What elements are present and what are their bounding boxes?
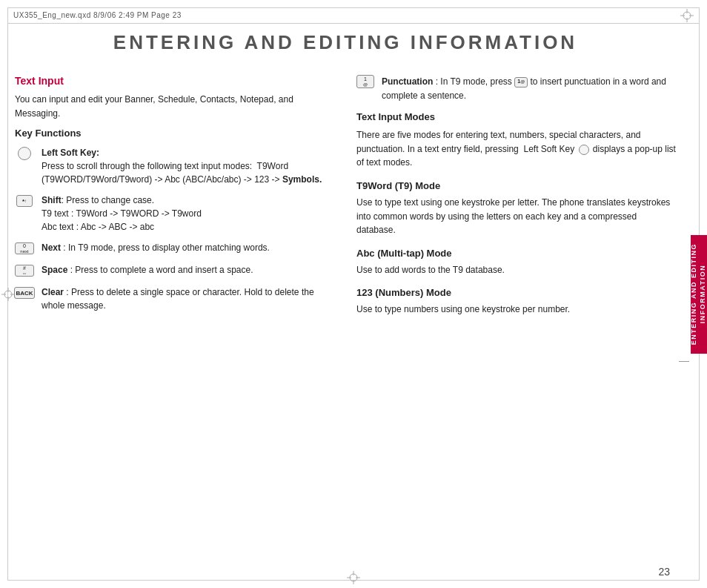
kf-item-clear: BACK Clear : Press to delete a single sp… xyxy=(15,285,334,312)
punct-inline-key-icon: 1@ xyxy=(514,77,528,87)
section-123: 123 (Numbers) Mode Use to type numbers u… xyxy=(356,287,676,317)
section-text-input: Text Input You can input and edit your B… xyxy=(15,75,334,120)
kf-item-next: 0next Next : In T9 mode, press to displa… xyxy=(15,241,334,256)
text-input-modes-title: Text Input Modes xyxy=(356,111,676,122)
t9word-title: T9Word (T9) Mode xyxy=(356,180,676,191)
space-key-icon: #▫▫ xyxy=(15,265,34,277)
page-number: 23 xyxy=(658,566,670,578)
key-functions-title: Key Functions xyxy=(15,128,334,139)
section-key-functions: Key Functions Left Soft Key: Press to sc… xyxy=(15,128,334,312)
kf-item-shift: *↑ Shift: Press to change case. T9 text … xyxy=(15,194,334,234)
kf-icon-space: #▫▫ xyxy=(15,263,34,278)
punct-text: Punctuation : In T9 mode, press 1@ to in… xyxy=(382,75,676,102)
text-input-modes-body: There are five modes for entering text, … xyxy=(356,128,676,170)
kf-text-clear: Clear : Press to delete a single space o… xyxy=(42,285,334,312)
kf-icon-clear: BACK xyxy=(15,285,34,300)
left-column: Text Input You can input and edit your B… xyxy=(15,75,334,324)
section-abc: Abc (Multi-tap) Mode Use to add words to… xyxy=(356,248,676,277)
crosshair-top-right-icon xyxy=(680,9,694,22)
kf-text-shift: Shift: Press to change case. T9 text : T… xyxy=(42,194,334,234)
sidebar-tab-label: ENTERING AND EDITINGINFORMATION xyxy=(690,243,707,345)
kf-text-left-soft-key: Left Soft Key: Press to scroll through t… xyxy=(42,146,334,186)
punct-key-icon: 1@ xyxy=(356,75,374,88)
main-content: ENTERING AND EDITING INFORMATION Text In… xyxy=(15,24,676,558)
kf-text-space: Space : Press to complete a word and ins… xyxy=(42,263,334,277)
text-input-title: Text Input xyxy=(15,75,334,87)
top-bar-filename: UX355_Eng_new.qxd 8/9/06 2:49 PM Page 23 xyxy=(13,11,182,19)
kf-icon-circle xyxy=(15,146,34,161)
content-columns: Text Input You can input and edit your B… xyxy=(15,75,676,324)
crosshair-left-icon xyxy=(1,288,15,301)
right-column: 1@ Punctuation : In T9 mode, press 1@ to… xyxy=(356,75,676,324)
top-bar: UX355_Eng_new.qxd 8/9/06 2:49 PM Page 23 xyxy=(7,7,700,24)
abc-title: Abc (Multi-tap) Mode xyxy=(356,248,676,259)
kf-text-next: Next : In T9 mode, press to display othe… xyxy=(42,241,334,254)
inline-circle-icon xyxy=(579,145,589,155)
clear-key-icon: BACK xyxy=(14,287,35,299)
numbers-title: 123 (Numbers) Mode xyxy=(356,287,676,298)
key-functions-list: Left Soft Key: Press to scroll through t… xyxy=(15,146,334,312)
page-title: ENTERING AND EDITING INFORMATION xyxy=(15,31,676,54)
circle-icon xyxy=(18,147,31,160)
punctuation-row: 1@ Punctuation : In T9 mode, press 1@ to… xyxy=(356,75,676,102)
kf-item-space: #▫▫ Space : Press to complete a word and… xyxy=(15,263,334,278)
text-input-body: You can input and edit your Banner, Sche… xyxy=(15,93,334,120)
sidebar-divider xyxy=(679,361,689,362)
abc-body: Use to add words to the T9 database. xyxy=(356,263,676,277)
crosshair-bottom-icon xyxy=(347,571,360,584)
t9word-body: Use to type text using one keystroke per… xyxy=(356,196,676,237)
sidebar-tab: ENTERING AND EDITINGINFORMATION xyxy=(691,235,707,354)
section-t9word: T9Word (T9) Mode Use to type text using … xyxy=(356,180,676,237)
numbers-body: Use to type numbers using one keystroke … xyxy=(356,303,676,317)
section-text-input-modes: Text Input Modes There are five modes fo… xyxy=(356,111,676,170)
shift-key-icon: *↑ xyxy=(16,195,33,207)
next-key-icon: 0next xyxy=(15,242,34,254)
kf-item-left-soft-key: Left Soft Key: Press to scroll through t… xyxy=(15,146,334,186)
kf-icon-next: 0next xyxy=(15,241,34,256)
kf-icon-shift: *↑ xyxy=(15,194,34,208)
